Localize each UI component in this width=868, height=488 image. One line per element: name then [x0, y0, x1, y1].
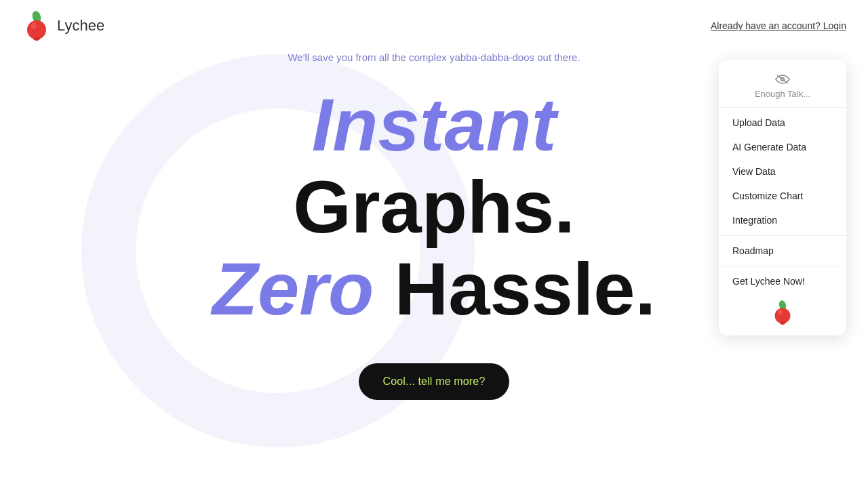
logo[interactable]: Lychee	[22, 11, 104, 41]
dropdown-header-label: Enough Talk...	[755, 89, 810, 99]
hero-heading: Instant Graphs. Zero Hassle.	[212, 83, 656, 329]
eye-icon	[775, 73, 790, 87]
header: Lychee Already have an account? Login	[0, 0, 868, 52]
lychee-logo-icon	[22, 11, 52, 41]
svg-point-3	[33, 37, 40, 41]
dropdown-item-get-lychee[interactable]: Get Lychee Now!	[719, 269, 846, 293]
hero-line-hassle: Hassle.	[374, 247, 656, 330]
subtitle: We'll save you from all the complex yabb…	[288, 52, 580, 63]
cta-button[interactable]: Cool... tell me more?	[359, 363, 510, 400]
dropdown-item-view-data[interactable]: View Data	[719, 159, 846, 184]
svg-point-1	[27, 20, 46, 39]
dropdown-item-upload-data[interactable]: Upload Data	[719, 110, 846, 135]
dropdown-item-ai-generate-data[interactable]: AI Generate Data	[719, 135, 846, 159]
dropdown-divider	[719, 235, 846, 236]
dropdown-logo-area	[719, 300, 846, 325]
login-link[interactable]: Already have an account? Login	[711, 20, 846, 31]
hero-line-graphs: Graphs.	[212, 165, 656, 247]
hero-line-zero-hassle: Zero Hassle.	[212, 247, 656, 329]
svg-point-8	[778, 310, 783, 315]
svg-point-9	[780, 321, 785, 325]
logo-text: Lychee	[57, 17, 104, 35]
dropdown-item-integration[interactable]: Integration	[719, 208, 846, 232]
dropdown-item-customize-chart[interactable]: Customize Chart	[719, 184, 846, 208]
dropdown-menu: Enough Talk... Upload Data AI Generate D…	[719, 60, 846, 336]
dropdown-divider-2	[719, 266, 846, 266]
svg-point-7	[775, 308, 791, 323]
dropdown-lychee-logo	[770, 300, 795, 325]
dropdown-item-roadmap[interactable]: Roadmap	[719, 239, 846, 263]
dropdown-header: Enough Talk...	[719, 68, 846, 108]
hero-line-zero: Zero	[212, 247, 374, 330]
hero-line-instant: Instant	[212, 83, 656, 165]
svg-point-2	[31, 22, 37, 29]
